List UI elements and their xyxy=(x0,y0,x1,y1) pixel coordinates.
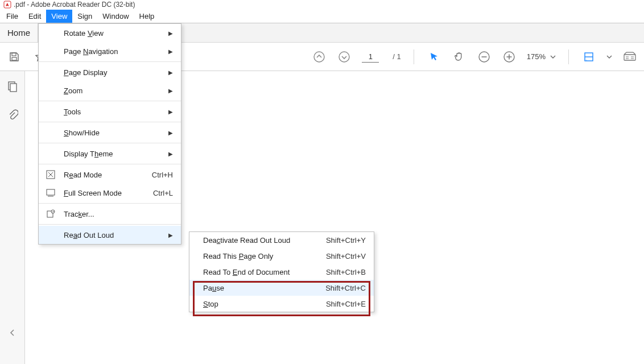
menu-item-label: Tracker... xyxy=(64,210,94,218)
menu-sign[interactable]: Sign xyxy=(72,10,97,23)
view-menu-item[interactable]: Tools▶ xyxy=(39,102,181,121)
svg-rect-1 xyxy=(12,53,16,56)
save-icon[interactable] xyxy=(7,49,22,64)
zoom-value: 175% xyxy=(527,52,548,61)
menu-view[interactable]: View xyxy=(46,10,72,23)
menu-edit[interactable]: Edit xyxy=(23,10,46,23)
menu-shortcut: Shift+Ctrl+B xyxy=(326,268,366,276)
submenu-arrow-icon: ▶ xyxy=(168,69,173,76)
menu-item-label: Read Mode xyxy=(64,171,102,179)
menu-shortcut: Shift+Ctrl+E xyxy=(326,300,366,308)
svg-rect-22 xyxy=(47,189,55,195)
view-menu-item[interactable]: Rotate View▶ xyxy=(39,24,181,42)
view-menu-item[interactable]: Tracker... xyxy=(39,205,181,223)
view-menu-item[interactable]: Read Out Loud▶ xyxy=(39,226,181,244)
menu-item-label: Pause xyxy=(203,284,224,292)
thumbnails-icon[interactable] xyxy=(5,79,20,94)
window-title: .pdf - Adobe Acrobat Reader DC (32-bit) xyxy=(14,1,135,9)
menu-help[interactable]: Help xyxy=(134,10,160,23)
tab-home[interactable]: Home xyxy=(0,23,38,42)
svg-point-3 xyxy=(314,52,324,62)
menu-shortcut: Shift+Ctrl+C xyxy=(325,284,366,292)
zoom-dropdown[interactable]: 175% xyxy=(527,52,556,61)
menu-item-label: Read This Page Only xyxy=(203,252,273,260)
menu-window[interactable]: Window xyxy=(97,10,134,23)
read-mode-icon[interactable] xyxy=(622,49,637,64)
collapse-handle-icon[interactable] xyxy=(10,329,15,337)
view-menu-item[interactable]: Read ModeCtrl+H xyxy=(39,166,181,184)
menu-shortcut: Ctrl+L xyxy=(153,189,173,197)
acrobat-icon xyxy=(3,1,11,9)
chevron-down-icon[interactable] xyxy=(606,54,612,60)
read-out-loud-item[interactable]: Read This Page OnlyShift+Ctrl+V xyxy=(189,248,374,264)
menu-item-label: Read Out Loud xyxy=(64,231,114,239)
menu-item-label: Full Screen Mode xyxy=(64,189,122,197)
menu-item-label: Page Display xyxy=(64,68,108,77)
menu-item-label: Read To End of Document xyxy=(203,268,290,276)
sidebar xyxy=(0,71,25,364)
hand-tool-icon[interactable] xyxy=(452,49,467,64)
chevron-down-icon xyxy=(550,54,556,60)
read-out-loud-item[interactable]: StopShift+Ctrl+E xyxy=(189,296,374,312)
page-down-icon[interactable] xyxy=(337,49,352,64)
view-menu-item[interactable]: Zoom▶ xyxy=(39,81,181,100)
zoom-in-icon[interactable] xyxy=(502,49,517,64)
menu-item-label: Zoom xyxy=(64,86,82,95)
read-out-loud-item[interactable]: Deactivate Read Out LoudShift+Ctrl+Y xyxy=(189,232,374,248)
fullscreen-icon xyxy=(46,188,56,198)
submenu-arrow-icon: ▶ xyxy=(168,130,173,136)
read-out-loud-submenu: Deactivate Read Out LoudShift+Ctrl+YRead… xyxy=(189,231,374,312)
toolbar-separator xyxy=(568,49,569,64)
page-total: / 1 xyxy=(389,52,401,61)
read-out-loud-item[interactable]: Read To End of DocumentShift+Ctrl+B xyxy=(189,264,374,280)
view-menu-item[interactable]: Page Display▶ xyxy=(39,63,181,81)
svg-point-25 xyxy=(51,210,55,213)
page-number-input[interactable] xyxy=(362,51,379,63)
attachments-icon[interactable] xyxy=(5,107,20,122)
view-menu-item[interactable]: Page Navigation▶ xyxy=(39,42,181,60)
menu-shortcut: Shift+Ctrl+Y xyxy=(326,236,366,245)
view-menu-item[interactable]: Show/Hide▶ xyxy=(39,123,181,142)
menu-file[interactable]: File xyxy=(1,10,23,23)
svg-rect-2 xyxy=(12,57,16,60)
menu-item-label: Stop xyxy=(203,300,218,308)
submenu-arrow-icon: ▶ xyxy=(168,88,173,94)
submenu-arrow-icon: ▶ xyxy=(168,151,173,157)
menu-shortcut: Ctrl+H xyxy=(152,171,173,179)
svg-rect-20 xyxy=(10,84,16,92)
menu-item-label: Display Theme xyxy=(64,150,113,158)
submenu-arrow-icon: ▶ xyxy=(168,232,173,238)
menu-item-label: Rotate View xyxy=(64,29,104,38)
view-menu-panel: Rotate View▶Page Navigation▶Page Display… xyxy=(38,23,181,245)
view-menu-item[interactable]: Full Screen ModeCtrl+L xyxy=(39,184,181,202)
read-out-loud-item[interactable]: PauseShift+Ctrl+C xyxy=(189,280,374,296)
readmode-icon xyxy=(46,169,56,180)
svg-point-4 xyxy=(339,52,349,62)
menu-shortcut: Shift+Ctrl+V xyxy=(326,252,366,260)
zoom-out-icon[interactable] xyxy=(477,49,492,64)
submenu-arrow-icon: ▶ xyxy=(168,109,173,115)
svg-rect-11 xyxy=(624,55,635,60)
submenu-arrow-icon: ▶ xyxy=(168,30,173,36)
menu-item-label: Tools xyxy=(64,107,81,116)
tracker-icon xyxy=(46,209,56,219)
toolbar-separator xyxy=(414,49,414,64)
menu-item-label: Show/Hide xyxy=(64,129,100,137)
menu-item-label: Page Navigation xyxy=(64,47,118,56)
page-up-icon[interactable] xyxy=(312,49,327,64)
title-bar: .pdf - Adobe Acrobat Reader DC (32-bit) xyxy=(0,0,644,10)
menu-item-label: Deactivate Read Out Loud xyxy=(203,236,290,245)
view-menu-item[interactable]: Display Theme▶ xyxy=(39,144,181,163)
fit-width-icon[interactable] xyxy=(581,49,596,64)
selection-tool-icon[interactable] xyxy=(427,49,441,64)
menu-bar: File Edit View Sign Window Help xyxy=(0,10,644,23)
submenu-arrow-icon: ▶ xyxy=(168,48,173,55)
